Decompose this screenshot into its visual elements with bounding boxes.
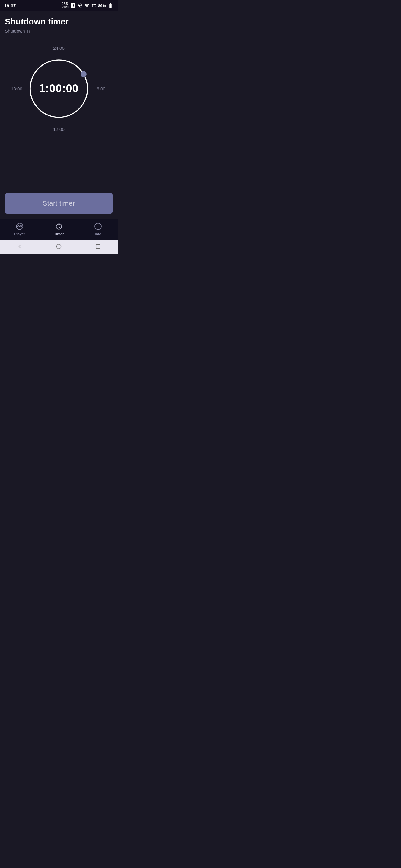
bottom-nav: Player Timer Info: [0, 219, 118, 240]
system-nav: [0, 240, 118, 254]
battery-level: 86%: [98, 3, 106, 8]
nav-item-player[interactable]: Player: [0, 222, 39, 236]
main-content: Shutdown timer Shutdown in 24:00 18:00: [0, 11, 118, 219]
status-icons: 25.5 KB/S 86%: [62, 2, 113, 9]
svg-point-6: [57, 244, 61, 249]
subtitle: Shutdown in: [5, 28, 113, 33]
start-timer-button[interactable]: Start timer: [5, 193, 113, 214]
status-time: 19:37: [4, 3, 16, 8]
info-icon: [94, 222, 102, 230]
mute-icon: [77, 3, 83, 8]
app-title: Shutdown timer: [5, 17, 113, 27]
clock-label-bottom: 12:00: [53, 127, 64, 132]
nav-item-timer[interactable]: Timer: [39, 222, 79, 236]
home-button[interactable]: [50, 242, 68, 252]
back-button[interactable]: [10, 242, 29, 252]
signal-icon: [91, 3, 96, 8]
clock-label-left: 18:00: [7, 86, 26, 91]
nfc-icon: [70, 3, 76, 8]
status-bar: 19:37 25.5 KB/S 86%: [0, 0, 118, 11]
recents-button[interactable]: [89, 242, 107, 252]
nav-item-info[interactable]: Info: [79, 222, 118, 236]
svg-rect-7: [96, 244, 100, 248]
clock-label-right: 6:00: [92, 86, 110, 91]
clock-dial[interactable]: 1:00:00: [26, 56, 92, 122]
battery-icon: [107, 3, 113, 8]
nav-label-player: Player: [14, 232, 25, 236]
clock-area: 24:00 18:00 1:00:00: [5, 45, 113, 132]
clock-label-top: 24:00: [53, 45, 64, 51]
wifi-icon: [84, 3, 90, 8]
nav-label-timer: Timer: [54, 232, 64, 236]
clock-time-display: 1:00:00: [39, 82, 79, 95]
player-icon: [16, 222, 24, 230]
nav-label-info: Info: [95, 232, 102, 236]
svg-point-5: [98, 225, 98, 225]
network-speed: 25.5 KB/S: [62, 2, 69, 9]
clock-row: 18:00 1:00:00 6:00: [5, 56, 113, 122]
svg-point-1: [81, 71, 87, 77]
timer-icon: [55, 222, 63, 230]
